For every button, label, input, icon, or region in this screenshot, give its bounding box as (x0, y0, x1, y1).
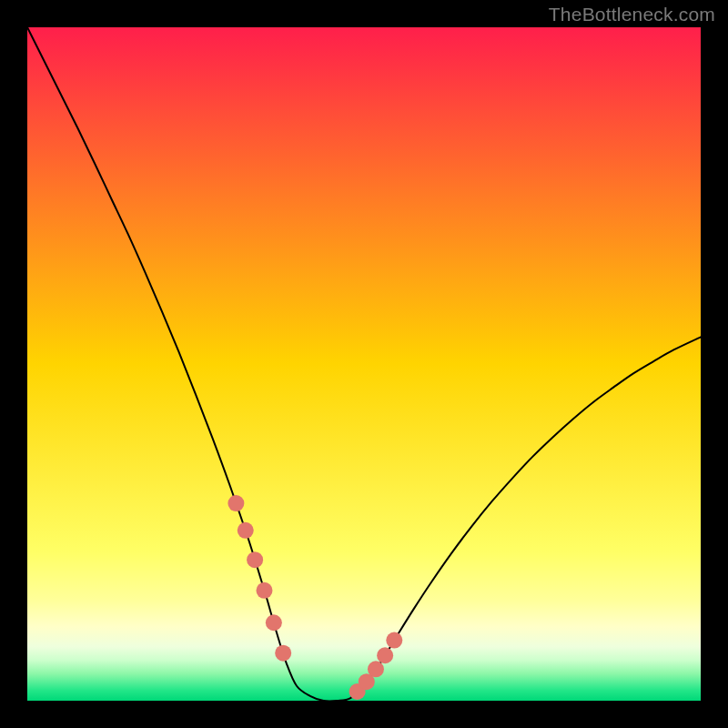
highlight-dot (238, 522, 254, 539)
plot-background-gradient (27, 27, 701, 701)
highlight-dot (266, 614, 282, 631)
site-watermark: TheBottleneck.com (549, 4, 715, 25)
chart-frame: TheBottleneck.com (0, 0, 728, 728)
highlight-dot (368, 661, 384, 677)
highlight-dot (247, 551, 263, 568)
bottleneck-chart (0, 0, 728, 728)
highlight-dot (256, 582, 272, 599)
highlight-dot (275, 645, 291, 662)
highlight-dot (228, 495, 244, 511)
highlight-dot (377, 647, 393, 663)
highlight-dot (386, 632, 402, 649)
